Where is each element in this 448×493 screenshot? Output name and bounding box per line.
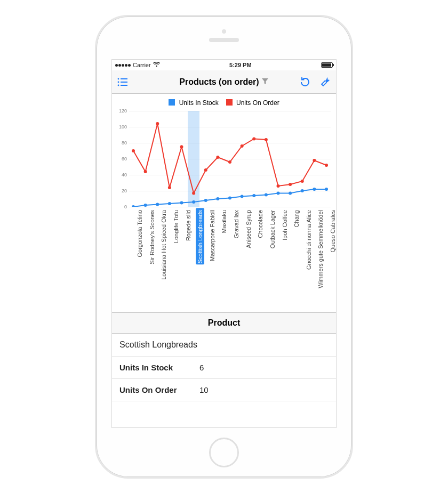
- refresh-icon[interactable]: [299, 76, 311, 88]
- x-tick-label[interactable]: Sir Rodney's Scones: [148, 208, 156, 265]
- y-tick-label: 20: [115, 188, 127, 193]
- data-point[interactable]: [241, 144, 244, 148]
- svg-point-4: [118, 84, 119, 86]
- data-point[interactable]: [204, 168, 207, 172]
- chart-x-axis: Gorgonzola TelinoSir Rodney's SconesLoui…: [129, 208, 331, 309]
- x-tick-label[interactable]: Aniseed Syrup: [244, 208, 253, 249]
- x-tick-label[interactable]: Wimmers gute Semmelknödel: [316, 208, 325, 289]
- detail-row-order: Units On Order 10: [112, 379, 336, 401]
- series-line-order: [133, 124, 326, 193]
- data-point[interactable]: [265, 138, 268, 141]
- x-tick-label[interactable]: Chocolade: [256, 208, 265, 239]
- settings-wrench-icon[interactable]: [319, 76, 332, 88]
- data-point[interactable]: [216, 156, 219, 159]
- detail-header: Product: [112, 313, 336, 334]
- y-tick-label: 80: [115, 140, 127, 146]
- data-point[interactable]: [277, 192, 280, 195]
- data-point[interactable]: [156, 122, 159, 125]
- x-tick-label[interactable]: Scottish Longbreads: [196, 208, 204, 264]
- filter-icon[interactable]: [261, 77, 269, 87]
- x-tick-label[interactable]: Mascarpone Fabioli: [208, 208, 217, 262]
- detail-label-order: Units On Order: [119, 385, 199, 394]
- data-point[interactable]: [325, 188, 328, 191]
- x-tick-label[interactable]: Outback Lager: [268, 208, 277, 249]
- data-point[interactable]: [192, 192, 195, 195]
- y-tick-label: 40: [115, 172, 127, 177]
- nav-bar: Products (on order): [112, 70, 336, 94]
- y-tick-label: 120: [115, 108, 127, 114]
- detail-value-stock: 6: [199, 363, 204, 372]
- chart-svg: [129, 111, 331, 207]
- data-point[interactable]: [204, 199, 207, 202]
- data-point[interactable]: [313, 159, 316, 162]
- chart-plot-area[interactable]: 020406080100120: [129, 111, 331, 207]
- data-point[interactable]: [252, 194, 255, 197]
- data-point[interactable]: [156, 203, 159, 206]
- x-tick-label[interactable]: Rogede sild: [184, 208, 193, 242]
- data-point[interactable]: [252, 138, 255, 141]
- data-point[interactable]: [289, 183, 292, 186]
- svg-point-2: [118, 81, 119, 83]
- x-tick-label[interactable]: Gorgonzola Telino: [135, 208, 144, 258]
- x-tick-label[interactable]: Chang: [292, 208, 301, 228]
- detail-row-stock: Units In Stock 6: [112, 357, 336, 379]
- chart-legend: Units In Stock Units On Order: [115, 99, 333, 107]
- signal-strength-icon: [115, 64, 131, 67]
- svg-point-0: [118, 78, 119, 79]
- detail-label-stock: Units In Stock: [119, 363, 199, 372]
- list-menu-icon[interactable]: [116, 76, 129, 88]
- data-point[interactable]: [325, 164, 328, 167]
- detail-value-order: 10: [199, 385, 209, 394]
- y-tick-label: 100: [115, 124, 127, 130]
- data-point[interactable]: [132, 149, 135, 152]
- screen: Carrier 5:29 PM: [111, 59, 337, 428]
- detail-product-name: Scottish Longbreads: [119, 340, 197, 350]
- data-point[interactable]: [301, 180, 304, 183]
- data-point[interactable]: [277, 184, 280, 188]
- detail-panel: Product Scottish Longbreads Units In Sto…: [112, 312, 336, 401]
- x-tick-label[interactable]: Ipoh Coffee: [281, 208, 289, 241]
- x-tick-label[interactable]: Gravad lax: [232, 208, 241, 239]
- battery-icon: [321, 62, 333, 68]
- x-tick-label[interactable]: Maxilaku: [220, 208, 228, 234]
- data-point[interactable]: [192, 200, 195, 204]
- data-point[interactable]: [228, 160, 231, 164]
- phone-camera-dot: [222, 29, 226, 34]
- data-point[interactable]: [144, 204, 147, 207]
- data-point[interactable]: [265, 193, 268, 197]
- legend-item-stock: Units In Stock: [169, 99, 218, 107]
- data-point[interactable]: [216, 197, 219, 200]
- clock-label: 5:29 PM: [229, 62, 252, 68]
- x-tick-label[interactable]: Louisiana Hot Spiced Okra: [159, 208, 168, 281]
- status-bar: Carrier 5:29 PM: [112, 60, 336, 70]
- page-title: Products (on order): [179, 77, 259, 87]
- y-tick-label: 0: [115, 204, 127, 209]
- data-point[interactable]: [180, 201, 183, 205]
- legend-swatch-red: [226, 99, 233, 106]
- x-tick-label[interactable]: Longlife Tofu: [172, 208, 180, 244]
- data-point[interactable]: [228, 197, 231, 200]
- data-point[interactable]: [168, 202, 171, 205]
- chart-panel: Units In Stock Units On Order 0204060801…: [112, 94, 336, 309]
- x-tick-label[interactable]: Queso Cabrales: [329, 208, 337, 254]
- legend-item-order: Units On Order: [226, 99, 279, 107]
- data-point[interactable]: [289, 192, 292, 195]
- wifi-icon: [153, 62, 160, 68]
- data-point[interactable]: [132, 205, 135, 207]
- home-button[interactable]: [209, 438, 239, 467]
- data-point[interactable]: [168, 186, 171, 189]
- legend-swatch-blue: [169, 99, 175, 106]
- data-point[interactable]: [301, 189, 304, 192]
- data-point[interactable]: [180, 146, 183, 149]
- phone-frame: Carrier 5:29 PM: [95, 15, 353, 479]
- detail-product-name-row: Scottish Longbreads: [112, 334, 336, 357]
- x-tick-label[interactable]: Gnocchi di nonna Alice: [305, 208, 313, 271]
- data-point[interactable]: [313, 188, 316, 191]
- carrier-label: Carrier: [133, 62, 151, 68]
- phone-speaker: [209, 38, 239, 42]
- y-tick-label: 60: [115, 156, 127, 161]
- data-point[interactable]: [144, 170, 147, 173]
- data-point[interactable]: [241, 195, 244, 198]
